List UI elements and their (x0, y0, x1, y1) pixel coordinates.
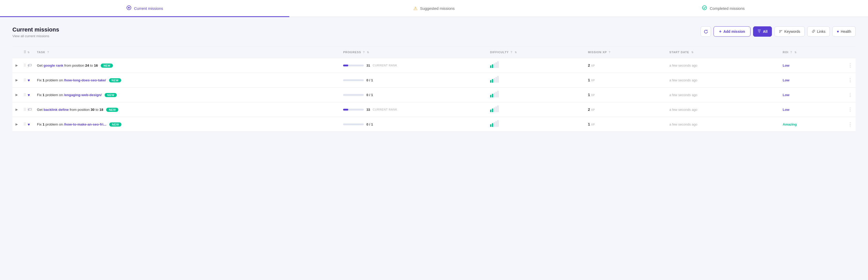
expand-button[interactable]: ▶ (15, 107, 18, 112)
drag-cell: ⠿ ♥ (21, 117, 34, 132)
drag-handle[interactable]: ⠿ (24, 78, 26, 82)
row-actions-button[interactable]: ⋮ (848, 107, 853, 112)
filter-health-button[interactable]: ♥ Health (832, 26, 856, 37)
expand-button[interactable]: ▶ (15, 92, 18, 97)
start-date-cell: a few seconds ago (667, 88, 780, 102)
progress-bar-fill (343, 109, 348, 111)
tag-icon: 🏷 (28, 107, 32, 112)
heart-icon: ♥ (28, 93, 30, 97)
th-actions (845, 46, 856, 58)
drag-cell: ⠿ ♥ (21, 88, 34, 102)
task-help-icon: ? (47, 51, 49, 54)
filter-all-button[interactable]: All (753, 26, 772, 37)
progress-bar-fill (343, 65, 348, 66)
svg-rect-3 (779, 30, 782, 31)
tab-suggested-missions-label: Suggested missions (420, 6, 455, 10)
start-date-value: a few seconds ago (669, 64, 697, 67)
startdate-sort-icon[interactable]: ⇅ (691, 51, 693, 54)
diff-bar (490, 95, 491, 97)
task-link[interactable]: google rank (44, 64, 64, 67)
th-progress-label: PROGRESS (343, 51, 361, 54)
section-subtitle: View all current missions (12, 34, 59, 38)
expand-button[interactable]: ▶ (15, 63, 18, 68)
drag-cell: ⠿ ♥ (21, 73, 34, 88)
row-actions-button[interactable]: ⋮ (848, 78, 853, 83)
expand-button[interactable]: ▶ (15, 78, 18, 83)
task-num1: 1 (43, 122, 45, 126)
expand-button[interactable]: ▶ (15, 122, 18, 127)
tab-current-missions-label: Current missions (134, 6, 163, 10)
difficulty-cell (488, 102, 585, 117)
task-link[interactable]: /engaging-web-design/ (64, 93, 101, 97)
progress-sort-icon[interactable]: ⇅ (367, 51, 369, 54)
actions-cell: ⋮ (845, 73, 856, 88)
filter-health-label: Health (841, 29, 851, 34)
diff-bar (495, 77, 497, 83)
actions-cell: ⋮ (845, 58, 856, 73)
filter-links-button[interactable]: Links (807, 26, 830, 37)
task-cell: Get google rank from position 24 to 16 N… (34, 58, 340, 73)
filter-keywords-button[interactable]: Keywords (774, 26, 804, 37)
xp-label: XP (591, 108, 595, 111)
expand-cell: ▶ (12, 73, 21, 88)
svg-point-2 (703, 6, 707, 10)
task-link[interactable]: backlink define (44, 108, 69, 112)
diff-bar (490, 124, 491, 127)
actions-cell: ⋮ (845, 117, 856, 132)
tab-completed-missions[interactable]: Completed missions (579, 1, 868, 17)
task-link[interactable]: /how-long-does-seo-take/ (64, 78, 106, 82)
drag-handle[interactable]: ⠿ (24, 107, 26, 112)
progress-container: 31 CURRENT RANK (343, 64, 485, 67)
xp-label: XP (591, 94, 595, 97)
difficulty-bars (490, 63, 583, 68)
task-link[interactable]: /how-to-make-an-seo-fri... (64, 122, 106, 126)
new-badge: NEW (106, 108, 118, 112)
task-num1: 30 (91, 108, 95, 112)
xp-value: 2 XP (588, 107, 595, 112)
task-text: Get backlink define from position 30 to … (37, 108, 118, 112)
row-actions-button[interactable]: ⋮ (848, 63, 853, 68)
task-cell: Fix 1 problem on /how-long-does-seo-take… (34, 73, 340, 88)
difficulty-sort-icon[interactable]: ⇅ (515, 51, 517, 54)
task-text: Fix 1 problem on /how-long-does-seo-take… (37, 78, 121, 82)
tab-current-missions[interactable]: Current missions (0, 1, 289, 17)
diff-bar (492, 64, 493, 68)
roi-sort-icon[interactable]: ⇅ (795, 51, 797, 54)
missions-table: ⠿ ⇅ TASK ? PROGRESS ? ⇅ (12, 46, 856, 132)
drag-handle[interactable]: ⠿ (24, 93, 26, 97)
new-badge: NEW (101, 64, 113, 68)
start-date-cell: a few seconds ago (667, 102, 780, 117)
drag-cell: ⠿ 🏷 (21, 58, 34, 73)
table-row: ▶ ⠿ 🏷 Get backlink define from position … (12, 102, 856, 117)
row-actions-button[interactable]: ⋮ (848, 92, 853, 97)
diff-bar (497, 91, 499, 97)
xp-value: 1 XP (588, 93, 595, 97)
svg-rect-5 (779, 32, 780, 33)
th-expand (12, 46, 21, 58)
drag-handle[interactable]: ⠿ (24, 122, 26, 126)
refresh-button[interactable] (701, 26, 711, 37)
th-drag: ⠿ ⇅ (21, 46, 34, 58)
diff-bar (490, 110, 491, 112)
new-badge: NEW (104, 93, 117, 97)
svg-point-1 (128, 7, 130, 8)
th-roi-label: ROI (783, 51, 788, 54)
task-num2: 16 (94, 64, 98, 67)
xp-cell: 1 XP (585, 88, 667, 102)
drag-sort-chevron: ⇅ (27, 51, 30, 54)
progress-cell: 0 / 1 (340, 117, 488, 132)
filter-all-icon (757, 29, 761, 34)
roi-value: Low (783, 93, 789, 97)
add-mission-button[interactable]: + Add mission (714, 26, 750, 37)
add-mission-plus-icon: + (719, 29, 721, 34)
th-xp-label: MISSION XP (588, 51, 607, 54)
section-title-block: Current missions View all current missio… (12, 26, 59, 38)
diff-bar (495, 62, 497, 68)
difficulty-cell (488, 117, 585, 132)
drag-handle[interactable]: ⠿ (24, 63, 26, 67)
tab-suggested-missions[interactable]: ⚠ Suggested missions (289, 1, 579, 17)
xp-label: XP (591, 79, 595, 82)
row-actions-button[interactable]: ⋮ (848, 122, 853, 127)
svg-rect-4 (779, 31, 781, 32)
heart-icon: ♥ (28, 78, 30, 83)
